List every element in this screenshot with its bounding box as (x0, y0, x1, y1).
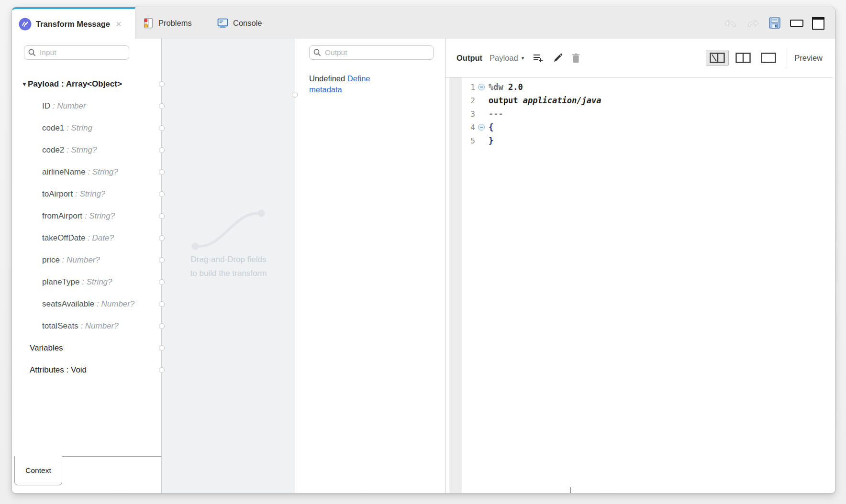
connector-port[interactable] (159, 147, 165, 153)
define-metadata-link[interactable]: Define (347, 74, 370, 83)
delete-icon[interactable] (571, 53, 580, 63)
connector-port[interactable] (159, 81, 165, 87)
payload-selector[interactable]: Payload (490, 54, 518, 63)
drag-drop-curve-icon (162, 182, 295, 421)
code-line[interactable]: 4 { (445, 121, 833, 134)
drag-drop-hint-line1: Drag-and-Drop fields (162, 255, 295, 264)
tree-row-planetype[interactable]: planeType : String? (12, 271, 161, 293)
undo-icon[interactable] (724, 17, 737, 29)
edit-icon[interactable] (553, 53, 563, 63)
tree-row-price[interactable]: price : Number? (12, 249, 161, 271)
tree-row-attributes[interactable]: Attributes : Void (12, 359, 161, 381)
connector-port[interactable] (159, 213, 165, 219)
add-fields-icon[interactable] (533, 53, 544, 63)
tree-row-payload[interactable]: ▼ Payload : Array<Object> (12, 73, 161, 95)
layout-two-pane-icon[interactable] (732, 50, 754, 66)
connector-port[interactable] (159, 257, 165, 263)
connector-port[interactable] (159, 169, 165, 175)
tree-row-fromairport[interactable]: fromAirport : String? (12, 205, 161, 227)
view-layout-toggles (706, 50, 779, 66)
tree-row-id[interactable]: ID : Number (12, 95, 161, 117)
tab-label: Problems (158, 19, 192, 28)
input-search-box (24, 45, 129, 60)
connector-port[interactable] (159, 301, 165, 307)
transform-message-content: ▼ Payload : Array<Object> ID : Number co… (12, 39, 835, 493)
connector-port[interactable] (159, 323, 165, 329)
tree-row-code1[interactable]: code1 : String (12, 117, 161, 139)
layout-single-pane-icon[interactable] (757, 50, 779, 66)
fold-collapse-icon[interactable] (478, 124, 485, 131)
line-number: 2 (464, 96, 475, 105)
tree-row-seatsavailable[interactable]: seatsAvailable : Number? (12, 293, 161, 315)
connector-port[interactable] (159, 103, 165, 109)
drag-drop-hint-line2: to build the transform (162, 269, 295, 278)
preview-button[interactable]: Preview (794, 54, 823, 63)
connector-port[interactable] (159, 279, 165, 285)
code-line[interactable]: 2 output application/java (445, 94, 833, 107)
line-number: 1 (464, 83, 475, 92)
connector-port[interactable] (159, 125, 165, 131)
tab-label: Console (233, 19, 262, 28)
search-icon (28, 49, 36, 56)
maximize-icon[interactable] (812, 17, 824, 30)
problems-icon (142, 17, 154, 29)
save-icon[interactable] (768, 16, 781, 30)
collapse-caret-icon[interactable]: ▼ (22, 81, 27, 88)
tree-row-totalseats[interactable]: totalSeats : Number? (12, 315, 161, 337)
context-tab-divider (61, 456, 161, 457)
view-toolbar (724, 7, 824, 39)
layout-split-code-icon[interactable] (706, 50, 729, 66)
connector-port[interactable] (292, 92, 298, 98)
transform-message-window: Transform Message × Problems (11, 7, 835, 493)
line-number: 5 (464, 136, 475, 145)
search-icon (313, 49, 321, 56)
code-line[interactable]: 1 %dw 2.0 (445, 80, 833, 94)
header-divider (787, 48, 787, 68)
code-line[interactable]: 3 --- (445, 107, 833, 121)
sash-handle[interactable] (570, 487, 571, 493)
define-metadata-link[interactable]: metadata (309, 85, 342, 94)
dataweave-code-editor[interactable]: 1 %dw 2.0 2 output application/java 3 --… (445, 77, 833, 493)
output-panel: Undefined Define metadata (295, 39, 445, 493)
line-number: 4 (464, 123, 475, 132)
line-number: 3 (464, 110, 475, 119)
tree-row-toairport[interactable]: toAirport : String? (12, 183, 161, 205)
output-metadata-status: Undefined Define metadata (309, 73, 410, 95)
tab-transform-message[interactable]: Transform Message × (12, 7, 135, 39)
output-search-input[interactable] (324, 48, 429, 57)
tree-row-variables[interactable]: Variables (12, 337, 161, 359)
tab-problems[interactable]: Problems (142, 7, 192, 39)
console-icon (217, 17, 229, 29)
fold-collapse-icon[interactable] (478, 84, 485, 90)
tab-console[interactable]: Console (217, 7, 262, 39)
connector-port[interactable] (159, 191, 165, 197)
tree-row-airlinename[interactable]: airlineName : String? (12, 161, 161, 183)
input-panel: ▼ Payload : Array<Object> ID : Number co… (12, 39, 161, 493)
close-icon[interactable]: × (116, 19, 122, 30)
tree-row-takeoffdate[interactable]: takeOffDate : Date? (12, 227, 161, 249)
redo-icon[interactable] (746, 17, 759, 29)
chevron-down-icon[interactable]: ▾ (522, 55, 524, 61)
minimize-icon[interactable] (790, 20, 803, 27)
code-line[interactable]: 5 } (445, 134, 833, 147)
tab-label: Transform Message (36, 20, 110, 29)
input-search-input[interactable] (39, 48, 125, 57)
output-title: Output (456, 54, 482, 63)
editor-header: Output Payload ▾ (445, 39, 835, 77)
connector-port[interactable] (159, 235, 165, 241)
dataweave-editor-panel: Output Payload ▾ (445, 39, 835, 493)
tree-row-code2[interactable]: code2 : String? (12, 139, 161, 161)
undefined-label: Undefined (309, 74, 345, 83)
mapping-canvas[interactable]: Drag-and-Drop fields to build the transf… (161, 39, 296, 493)
output-search-box (309, 45, 434, 60)
connector-port[interactable] (159, 345, 165, 351)
view-tab-bar: Transform Message × Problems (12, 7, 835, 39)
connector-port[interactable] (159, 367, 165, 373)
dataweave-icon (19, 18, 32, 31)
tab-context[interactable]: Context (14, 456, 62, 485)
